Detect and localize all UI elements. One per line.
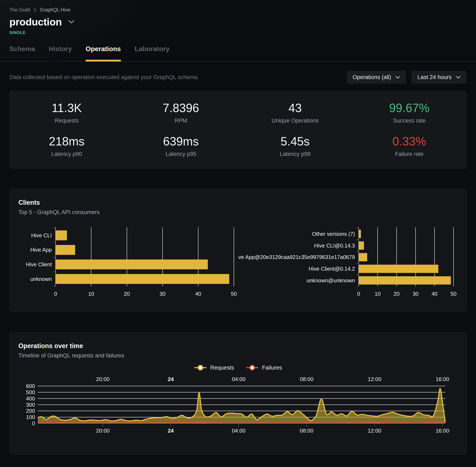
- svg-text:40: 40: [195, 291, 201, 297]
- operations-filter-label: Operations (all): [353, 74, 391, 80]
- tab-schema[interactable]: Schema: [9, 45, 35, 61]
- chevron-down-icon: [456, 76, 461, 79]
- svg-text:500: 500: [26, 389, 35, 395]
- stat-failure-rate: 0.33%Failure rate: [352, 134, 466, 157]
- svg-text:Hive App: Hive App: [30, 247, 52, 253]
- svg-text:0: 0: [54, 291, 57, 297]
- stat-value: 5.45s: [238, 134, 352, 148]
- tab-laboratory[interactable]: Laboratory: [135, 45, 170, 61]
- clients-subtitle: Top 5 - GraphQL API consumers: [18, 209, 458, 216]
- stat-latency-p90: 218msLatency p90: [10, 134, 124, 157]
- stat-unique-operations: 43Unique Operations: [238, 101, 352, 124]
- svg-text:30: 30: [412, 291, 419, 297]
- stat-requests: 11.3KRequests: [10, 101, 124, 124]
- svg-text:Other versions (7): Other versions (7): [312, 231, 355, 237]
- svg-text:Hive Client@0.14.2: Hive Client@0.14.2: [309, 266, 355, 272]
- stat-label: Latency p99: [238, 151, 352, 157]
- page-title: production: [9, 16, 62, 28]
- svg-text:Hive CLI: Hive CLI: [31, 233, 52, 238]
- operations-subtitle: Timeline of GraphQL requests and failure…: [18, 352, 458, 359]
- svg-text:400: 400: [26, 395, 35, 402]
- svg-text:16:00: 16:00: [436, 376, 449, 382]
- stat-label: Failure rate: [352, 151, 466, 157]
- legend-item-requests[interactable]: Requests: [194, 364, 234, 371]
- stat-label: Unique Operations: [238, 117, 352, 124]
- timeline-legend: RequestsFailures: [18, 364, 458, 371]
- tab-history[interactable]: History: [49, 45, 72, 61]
- legend-item-failures[interactable]: Failures: [246, 364, 282, 371]
- svg-text:08:00: 08:00: [300, 376, 313, 382]
- svg-text:10: 10: [374, 291, 381, 297]
- svg-text:600: 600: [26, 383, 35, 389]
- svg-text:24: 24: [168, 428, 174, 434]
- svg-text:0: 0: [32, 420, 35, 427]
- stat-value: 11.3K: [10, 101, 124, 115]
- stat-rpm: 7.8396RPM: [124, 101, 238, 124]
- svg-text:100: 100: [26, 414, 35, 420]
- svg-text:12:00: 12:00: [368, 428, 381, 434]
- stats-summary-card: 11.3KRequests7.8396RPM43Unique Operation…: [9, 91, 467, 169]
- tab-bar: SchemaHistoryOperationsLaboratory: [0, 45, 476, 62]
- period-filter-button[interactable]: Last 24 hours: [411, 71, 467, 84]
- stat-latency-p95: 639msLatency p95: [124, 134, 238, 157]
- main-content: Data collected based on operation execut…: [0, 71, 476, 455]
- legend-marker-icon: [194, 364, 207, 371]
- svg-text:24: 24: [168, 376, 174, 382]
- legend-label: Failures: [262, 364, 282, 371]
- stat-label: Requests: [10, 117, 124, 124]
- svg-text:Hive CLI@0.14.3: Hive CLI@0.14.3: [314, 243, 355, 248]
- breadcrumb: The Guild GraphQL Hive: [9, 7, 467, 13]
- operations-over-time-card: Operations over time Timeline of GraphQL…: [9, 332, 467, 455]
- status-badge: SINGLE: [9, 30, 467, 35]
- stat-label: RPM: [124, 117, 238, 124]
- clients-card: Clients Top 5 - GraphQL API consumers Hi…: [9, 189, 467, 312]
- clients-title: Clients: [18, 199, 458, 206]
- svg-text:08:00: 08:00: [300, 428, 313, 434]
- svg-text:300: 300: [26, 402, 35, 408]
- stat-success-rate: 99.67%Success rate: [352, 101, 466, 124]
- stat-value: 99.67%: [352, 101, 466, 115]
- svg-text:40: 40: [432, 291, 437, 297]
- stat-value: 43: [238, 101, 352, 115]
- stat-label: Latency p90: [10, 151, 124, 157]
- svg-text:50: 50: [231, 291, 237, 297]
- svg-text:20:00: 20:00: [96, 376, 110, 382]
- legend-marker-icon: [246, 364, 259, 371]
- svg-text:50: 50: [450, 291, 457, 297]
- stat-value: 218ms: [10, 134, 124, 148]
- svg-text:unknown: unknown: [30, 276, 52, 282]
- svg-text:Hive Client: Hive Client: [26, 261, 52, 267]
- svg-text:04:00: 04:00: [232, 376, 246, 382]
- operations-title: Operations over time: [18, 342, 458, 350]
- stat-latency-p99: 5.45sLatency p99: [238, 134, 352, 157]
- svg-text:20: 20: [124, 291, 130, 297]
- breadcrumb-project[interactable]: GraphQL Hive: [40, 7, 70, 13]
- stat-label: Success rate: [352, 117, 466, 124]
- svg-text:10: 10: [88, 291, 94, 297]
- chevron-down-icon: [395, 76, 400, 79]
- page-header: The Guild GraphQL Hive production SINGLE: [0, 0, 476, 35]
- target-selector-chevron-down-icon[interactable]: [68, 20, 75, 24]
- svg-text:30: 30: [159, 291, 166, 297]
- svg-text:16:00: 16:00: [436, 428, 449, 434]
- svg-text:0: 0: [357, 291, 360, 297]
- stat-value: 639ms: [124, 134, 238, 148]
- stat-value: 7.8396: [124, 101, 238, 115]
- svg-text:Hive App@20e3129caa921c35e9979: Hive App@20e3129caa921c35e9979631e17a067…: [238, 254, 355, 260]
- operations-filter-button[interactable]: Operations (all): [347, 71, 406, 84]
- legend-label: Requests: [210, 364, 234, 371]
- operations-timeline-chart: 20:0020:00242404:0004:0008:0008:0012:001…: [18, 374, 459, 443]
- svg-text:12:00: 12:00: [368, 376, 381, 382]
- period-filter-label: Last 24 hours: [417, 74, 451, 80]
- tab-operations[interactable]: Operations: [86, 45, 121, 61]
- svg-text:unknown@unknown: unknown@unknown: [306, 278, 355, 283]
- svg-text:20: 20: [394, 291, 400, 297]
- stat-label: Latency p95: [124, 151, 238, 157]
- clients-by-name-bar-chart: Hive CLIHive AppHive Clientunknown010203…: [18, 226, 238, 301]
- clients-by-version-bar-chart: Other versions (7)Hive CLI@0.14.3Hive Ap…: [238, 226, 458, 301]
- data-description: Data collected based on operation execut…: [9, 74, 199, 80]
- svg-text:20:00: 20:00: [96, 428, 110, 434]
- breadcrumb-org[interactable]: The Guild: [9, 7, 30, 13]
- svg-text:200: 200: [26, 408, 35, 414]
- chevron-right-icon: [34, 8, 37, 12]
